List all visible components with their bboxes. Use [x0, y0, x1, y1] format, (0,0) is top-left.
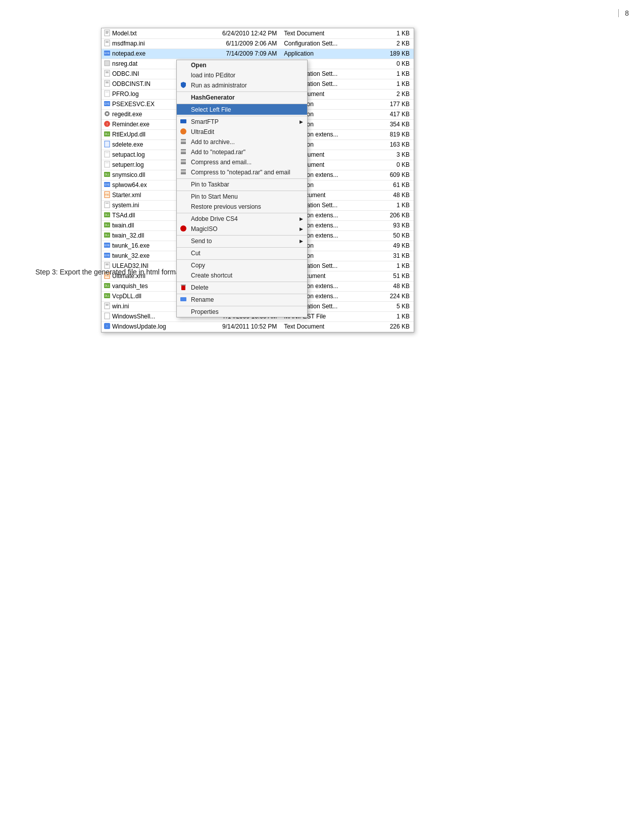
- context-menu-item[interactable]: load into PEditor: [177, 70, 307, 80]
- file-size-cell: 417 KB: [374, 109, 414, 119]
- menu-item-label: Add to "notepad.rar": [191, 149, 245, 156]
- file-name-cell: msdfmap.ini: [102, 38, 193, 49]
- file-name: RtlExUpd.dll: [112, 131, 145, 138]
- context-menu-item[interactable]: Properties: [177, 306, 307, 317]
- svg-point-78: [180, 225, 186, 231]
- context-menu-item[interactable]: Compress and email...: [177, 157, 307, 167]
- menu-item-label: Compress and email...: [191, 159, 252, 166]
- rename-icon: [180, 296, 188, 304]
- context-menu-item[interactable]: Add to "notepad.rar": [177, 147, 307, 157]
- table-row[interactable]: i WindowsUpdate.log 9/14/2011 10:52 PM T…: [102, 321, 414, 332]
- context-menu-item[interactable]: Adobe Drive CS4: [177, 213, 307, 224]
- file-name: snymsico.dll: [112, 171, 145, 178]
- file-name: win.ini: [112, 303, 129, 310]
- svg-rect-27: [105, 151, 110, 157]
- context-menu-item[interactable]: SmartFTP: [177, 116, 307, 127]
- file-icon: [104, 161, 111, 168]
- menu-item-label: Cut: [191, 250, 201, 257]
- context-menu-item[interactable]: Select Left File: [177, 104, 307, 115]
- context-menu-item[interactable]: Pin to Start Menu: [177, 191, 307, 202]
- svg-text:XML: XML: [105, 193, 110, 196]
- file-name: Reminder.exe: [112, 121, 150, 128]
- file-icon: EXE: [104, 181, 111, 188]
- file-name: msdfmap.ini: [112, 40, 145, 47]
- svg-rect-58: [105, 303, 110, 309]
- context-menu-item[interactable]: Compress to "notepad.rar" and email: [177, 167, 307, 177]
- file-type-cell: Text Document: [282, 28, 373, 38]
- context-menu-item[interactable]: Send to: [177, 235, 307, 246]
- file-name: twunk_32.exe: [112, 252, 150, 259]
- file-icon: EXE: [104, 242, 111, 249]
- context-menu-item[interactable]: Add to archive...: [177, 137, 307, 147]
- archive-icon: [180, 138, 188, 146]
- table-row[interactable]: EXE notepad.exe 7/14/2009 7:09 AM Applic…: [102, 49, 414, 59]
- svg-rect-64: [180, 119, 186, 123]
- file-icon: EXE: [104, 252, 111, 259]
- file-size-cell: 1 KB: [374, 311, 414, 321]
- file-icon: DLL: [104, 231, 111, 239]
- file-name: ODBCINST.IN: [112, 80, 151, 87]
- svg-rect-81: [180, 297, 186, 301]
- file-name: regedit.exe: [112, 111, 142, 118]
- context-menu-item[interactable]: Restore previous versions: [177, 202, 307, 212]
- svg-rect-26: [105, 141, 110, 147]
- file-name: setuperr.log: [112, 161, 144, 168]
- file-name: ODBC.INI: [112, 70, 139, 77]
- file-size-cell: 61 KB: [374, 180, 414, 190]
- table-row[interactable]: Model.txt 6/24/2010 12:42 PM Text Docume…: [102, 28, 414, 38]
- file-icon: DLL: [104, 171, 111, 178]
- file-size-cell: 226 KB: [374, 321, 414, 332]
- page-number: 8: [618, 9, 629, 17]
- file-name: twain.dll: [112, 222, 134, 229]
- file-name: PFRO.log: [112, 90, 139, 98]
- file-size-cell: 1 KB: [374, 79, 414, 89]
- context-menu-item[interactable]: Copy: [177, 259, 307, 270]
- context-menu-item[interactable]: Delete: [177, 282, 307, 293]
- svg-text:DLL: DLL: [105, 234, 109, 237]
- file-type-cell: Configuration Sett...: [282, 38, 373, 49]
- file-name-cell: Model.txt: [102, 28, 193, 38]
- table-row[interactable]: msdfmap.ini 6/11/2009 2:06 AM Configurat…: [102, 38, 414, 49]
- menu-item-label: Send to: [191, 238, 212, 245]
- file-name: splwow64.ex: [112, 181, 147, 189]
- file-icon: EXE: [104, 50, 111, 57]
- content-area: Model.txt 6/24/2010 12:42 PM Text Docume…: [101, 28, 540, 333]
- svg-rect-13: [105, 80, 110, 86]
- file-icon: i: [104, 322, 111, 330]
- delete-icon: [180, 284, 188, 292]
- context-menu-item[interactable]: Open: [177, 60, 307, 70]
- file-name: nsreg.dat: [112, 60, 137, 67]
- svg-rect-61: [105, 313, 110, 319]
- svg-rect-0: [105, 30, 110, 36]
- svg-rect-4: [105, 40, 110, 46]
- context-menu-item[interactable]: Create shortcut: [177, 270, 307, 281]
- menu-item-label: Select Left File: [191, 106, 231, 113]
- context-menu-item[interactable]: MagicISO: [177, 224, 307, 234]
- menu-item-label: Rename: [191, 296, 214, 303]
- archive-icon: [180, 168, 188, 176]
- svg-text:DLL: DLL: [105, 213, 109, 216]
- file-size-cell: 3 KB: [374, 150, 414, 160]
- file-name: twain_32.dll: [112, 232, 144, 239]
- archive-icon: [180, 158, 188, 166]
- context-menu-item[interactable]: Pin to Taskbar: [177, 178, 307, 190]
- context-menu-item[interactable]: Cut: [177, 247, 307, 258]
- svg-rect-37: [105, 202, 110, 208]
- menu-item-label: Adobe Drive CS4: [191, 215, 238, 222]
- context-menu-item[interactable]: Rename: [177, 294, 307, 305]
- svg-point-21: [106, 113, 108, 115]
- svg-text:DLL: DLL: [105, 173, 109, 176]
- svg-text:DLL: DLL: [105, 294, 109, 297]
- menu-item-label: Pin to Taskbar: [191, 181, 229, 188]
- context-menu[interactable]: Openload into PEditorRun as administrato…: [176, 60, 308, 317]
- context-menu-item[interactable]: Run as administrator: [177, 80, 307, 90]
- menu-item-label: Open: [191, 62, 207, 69]
- context-menu-item[interactable]: HashGenerator: [177, 91, 307, 103]
- file-date-cell: 6/24/2010 12:42 PM: [193, 28, 282, 38]
- file-icon: [104, 201, 111, 208]
- file-name: PSEXESVC.EX: [112, 101, 155, 108]
- context-menu-item[interactable]: UltraEdit: [177, 127, 307, 137]
- menu-item-label: SmartFTP: [191, 118, 219, 125]
- file-size-cell: 354 KB: [374, 119, 414, 129]
- svg-rect-29: [105, 161, 110, 167]
